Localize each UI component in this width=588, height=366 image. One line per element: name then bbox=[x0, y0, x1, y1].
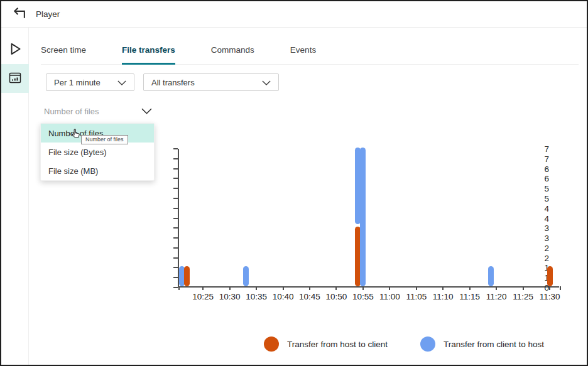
y-axis-label: 4 bbox=[530, 215, 549, 223]
x-axis-tick bbox=[560, 286, 561, 290]
x-axis-tick bbox=[335, 286, 337, 290]
y-axis-label: 6 bbox=[530, 175, 549, 183]
page-title: Player bbox=[36, 9, 60, 19]
x-axis-label: 10:50 bbox=[326, 292, 347, 301]
x-axis-label: 10:40 bbox=[273, 292, 294, 301]
y-axis-tick bbox=[173, 267, 178, 268]
x-axis-label: 11:15 bbox=[459, 292, 480, 301]
y-axis-label: 4 bbox=[530, 205, 549, 213]
y-axis-label: 2 bbox=[530, 254, 549, 262]
x-axis-tick bbox=[309, 286, 310, 290]
left-sidebar bbox=[1, 28, 29, 365]
transfer-type-dropdown-value: All transfers bbox=[151, 78, 195, 87]
x-axis-label: 10:45 bbox=[299, 292, 320, 301]
x-axis-label: 11:05 bbox=[406, 292, 427, 301]
legend-label: Transfer from host to client bbox=[287, 340, 388, 349]
chart-bar-host_to_client bbox=[184, 266, 190, 286]
y-axis-tick bbox=[173, 158, 178, 159]
y-axis-tick bbox=[173, 208, 178, 209]
x-axis-label: 11:25 bbox=[513, 292, 533, 301]
tab-screen-time[interactable]: Screen time bbox=[41, 40, 86, 64]
chart-plot-area: 77665544332211010:2510:3010:3510:4010:45… bbox=[178, 149, 559, 288]
y-axis-label: 0 bbox=[530, 284, 549, 292]
legend-swatch-blue bbox=[420, 336, 435, 352]
x-axis-label: 10:30 bbox=[219, 292, 241, 301]
x-axis-label: 11:10 bbox=[433, 292, 454, 301]
chart-bar-host_to_client bbox=[547, 266, 553, 286]
transfer-type-dropdown[interactable]: All transfers bbox=[143, 73, 279, 91]
interval-dropdown[interactable]: Per 1 minute bbox=[46, 73, 134, 91]
y-axis-label: 5 bbox=[530, 185, 549, 193]
metric-dropdown-placeholder: Number of files bbox=[44, 107, 99, 116]
menu-item-file-size-bytes[interactable]: File size (Bytes) bbox=[41, 143, 154, 161]
x-axis-tick bbox=[229, 286, 231, 290]
x-axis-tick bbox=[362, 286, 364, 290]
x-axis-tick bbox=[202, 286, 204, 290]
x-axis-tick bbox=[496, 286, 497, 290]
chevron-down-icon bbox=[141, 105, 152, 117]
x-axis-tick bbox=[469, 286, 471, 290]
tab-bar: Screen time File transfers Commands Even… bbox=[41, 40, 579, 65]
back-button[interactable] bbox=[9, 6, 27, 23]
y-axis-tick bbox=[173, 168, 178, 170]
y-axis-tick bbox=[173, 218, 178, 219]
metric-dropdown-menu: Number of files File size (Bytes) File s… bbox=[40, 123, 155, 181]
y-axis-label: 2 bbox=[530, 244, 549, 252]
play-icon bbox=[7, 41, 23, 59]
y-axis-label: 6 bbox=[530, 165, 549, 173]
legend-swatch-orange bbox=[264, 336, 279, 352]
tab-file-transfers[interactable]: File transfers bbox=[122, 40, 175, 64]
y-axis-label: 3 bbox=[530, 224, 549, 232]
sidebar-item-playback[interactable] bbox=[1, 35, 29, 64]
legend-item-client-to-host: Transfer from client to host bbox=[420, 336, 544, 352]
chart-bar-client_to_host bbox=[488, 266, 494, 286]
x-axis-tick bbox=[178, 286, 180, 290]
y-axis-label: 3 bbox=[530, 234, 549, 242]
y-axis-tick bbox=[173, 148, 178, 149]
y-axis-tick bbox=[173, 198, 178, 199]
x-axis-label: 11:30 bbox=[540, 292, 560, 301]
x-axis-label: 11:00 bbox=[379, 292, 400, 301]
x-axis-tick bbox=[389, 286, 390, 290]
x-axis-label: 10:25 bbox=[192, 292, 214, 301]
y-axis-label: 1 bbox=[530, 274, 549, 282]
y-axis-tick bbox=[173, 227, 178, 229]
x-axis-label: 11:20 bbox=[486, 292, 507, 301]
y-axis-tick bbox=[173, 287, 178, 288]
y-axis-label: 5 bbox=[530, 195, 549, 203]
chevron-down-icon bbox=[262, 77, 271, 88]
x-axis-tick bbox=[523, 286, 524, 290]
chart-legend: Transfer from host to client Transfer fr… bbox=[264, 336, 544, 352]
y-axis-label: 7 bbox=[530, 145, 549, 153]
x-axis-tick bbox=[416, 286, 417, 290]
y-axis-tick bbox=[173, 277, 178, 278]
chart-bar-client_to_host bbox=[360, 148, 366, 286]
y-axis-tick bbox=[173, 178, 178, 179]
player-window: Player Screen bbox=[0, 0, 588, 366]
chart-bar-client_to_host bbox=[179, 266, 185, 286]
main-content: Screen time File transfers Commands Even… bbox=[29, 28, 587, 365]
x-axis-label: 10:35 bbox=[246, 292, 267, 301]
metric-dropdown[interactable]: Number of files bbox=[44, 102, 152, 120]
y-axis-tick bbox=[173, 188, 178, 189]
bar-chart-stats-icon bbox=[8, 70, 23, 87]
x-axis-label: 10:55 bbox=[352, 292, 374, 301]
sidebar-item-statistics[interactable] bbox=[1, 64, 29, 93]
y-axis-label: 1 bbox=[530, 264, 549, 272]
tab-events[interactable]: Events bbox=[290, 40, 316, 64]
tab-commands[interactable]: Commands bbox=[211, 40, 254, 64]
top-bar: Player bbox=[1, 1, 587, 28]
chart-bar-host_to_client bbox=[355, 227, 361, 286]
x-axis-tick bbox=[283, 286, 284, 290]
chart-bar-client_to_host bbox=[355, 148, 361, 224]
y-axis-tick bbox=[173, 257, 178, 259]
chevron-down-icon bbox=[117, 77, 126, 88]
y-axis-tick bbox=[173, 237, 178, 239]
y-axis-tick bbox=[173, 247, 178, 249]
interval-dropdown-value: Per 1 minute bbox=[54, 78, 101, 87]
tooltip: Number of files bbox=[81, 135, 128, 144]
chart-bar-client_to_host bbox=[243, 266, 249, 286]
legend-item-host-to-client: Transfer from host to client bbox=[264, 336, 388, 352]
menu-item-file-size-mb[interactable]: File size (MB) bbox=[41, 161, 154, 180]
x-axis-tick bbox=[256, 286, 257, 290]
